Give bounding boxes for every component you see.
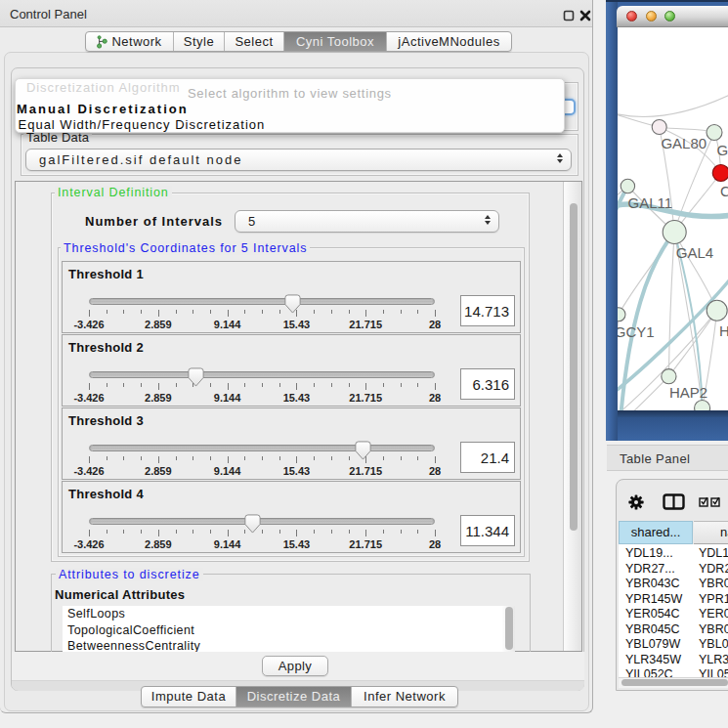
svg-text:GAL80: GAL80: [661, 135, 707, 151]
svg-text:GAL4: GAL4: [676, 244, 713, 261]
svg-text:C: C: [720, 183, 728, 199]
svg-text:GAL11: GAL11: [628, 194, 673, 211]
svg-text:HAP2: HAP2: [669, 384, 707, 401]
svg-text:H: H: [719, 322, 728, 339]
svg-text:GCY1: GCY1: [618, 323, 655, 340]
svg-text:GA: GA: [717, 142, 728, 158]
